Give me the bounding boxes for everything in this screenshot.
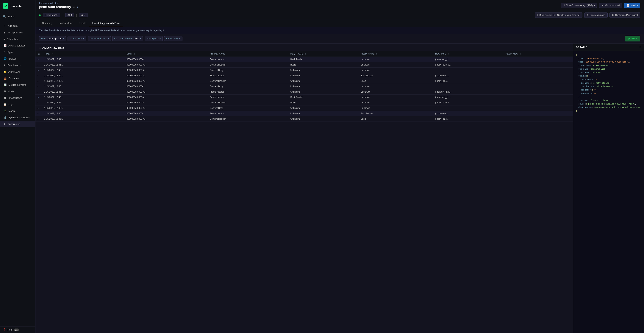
- sidebar-item-all-capabilities[interactable]: ⊞ All capabilities: [0, 29, 35, 36]
- since-badge[interactable]: ⏱ Since 5 minutes ago (PDT) ▾: [561, 3, 597, 8]
- filter-dest[interactable]: destination_filter: ▾: [88, 36, 111, 41]
- detail-close-button[interactable]: ×: [639, 45, 642, 49]
- help-button[interactable]: ❓ Help 11: [3, 328, 19, 331]
- select-all-icon: ☰: [38, 53, 40, 55]
- col-time[interactable]: TIME_ ↑: [42, 51, 124, 57]
- new-relic-logo-icon: [3, 3, 8, 9]
- favorite-button[interactable]: ☆: [72, 5, 75, 9]
- chevron-down-icon: ▾: [83, 37, 84, 40]
- tab-control-plane[interactable]: Control plane: [56, 20, 76, 27]
- filter-routing-key[interactable]: routing_key: ▾: [164, 36, 182, 41]
- detail-body: { time_: 1667666775246, upid: 0000003d-0…: [573, 51, 644, 333]
- cell-resp-name: BasicDeliver: [358, 111, 433, 116]
- run-button[interactable]: ▶ RUN: [625, 36, 640, 42]
- row-expand-cell[interactable]: ▸: [36, 95, 42, 100]
- tags-pill[interactable]: 🏷 4: [65, 13, 74, 17]
- cell-upid: 0000003d-0000-4...: [124, 57, 208, 62]
- cell-resp-msg: [503, 100, 573, 106]
- col-resp-name[interactable]: RESP_NAME ⇅: [358, 51, 433, 57]
- sidebar-item-dashboards[interactable]: ⊞ Dashboards: [0, 62, 35, 69]
- filter-script[interactable]: script: px/amqp_data ▾: [39, 36, 66, 41]
- filter-namespace[interactable]: namespace: ▾: [144, 36, 163, 41]
- cell-req-msg: { body_size:...: [433, 116, 503, 122]
- col-upid[interactable]: UPID ⇅: [124, 51, 208, 57]
- build-script-button[interactable]: ℹ Build custom PxL Scripts in your termi…: [535, 13, 582, 18]
- cell-frame-name: Content Body: [208, 106, 288, 111]
- copy-command-label: Copy command: [590, 14, 605, 17]
- row-expand-cell[interactable]: ▸: [36, 111, 42, 116]
- tab-events[interactable]: Events: [76, 20, 89, 27]
- filter-max-records[interactable]: max_num_records: 1000 ▾: [112, 36, 143, 41]
- row-expand-cell[interactable]: ▸: [36, 84, 42, 89]
- sidebar-item-add-data[interactable]: ＋ Add data: [0, 22, 35, 29]
- detail-req-name: BasicPublish: [591, 68, 606, 70]
- search-label: Search: [8, 15, 15, 18]
- separator: |: [62, 14, 63, 17]
- topbar-actions: ⏱ Since 5 minutes ago (PDT) ▾ ⊞ K8s dash…: [561, 3, 640, 8]
- sidebar-item-hosts[interactable]: 🖥 Hosts: [0, 88, 35, 95]
- sidebar-item-kubernetes[interactable]: ☸ Kubernetes: [0, 121, 35, 127]
- expand-arrow-icon: ▸: [38, 59, 38, 61]
- cell-resp-msg: [503, 95, 573, 100]
- row-expand-cell[interactable]: ▸: [36, 89, 42, 95]
- cell-resp-msg: [503, 57, 573, 62]
- log-icon: 📋: [4, 103, 6, 106]
- row-expand-cell[interactable]: ▸: [36, 78, 42, 84]
- customize-button[interactable]: ⚙ Customize Pixie Ingest: [610, 13, 640, 18]
- col-req-name[interactable]: REQ_NAME ⇅: [288, 51, 358, 57]
- row-expand-cell[interactable]: ▸: [36, 106, 42, 111]
- sidebar-item-metrics-events[interactable]: 📊 Metrics & events: [0, 82, 35, 88]
- cluster-name-pill[interactable]: Demotron V2: [43, 13, 60, 17]
- search-icon: 🔍: [3, 15, 6, 18]
- col-req-msg-label: REQ_MSG: [435, 53, 446, 55]
- sidebar-item-apps[interactable]: ◻ Apps: [0, 49, 35, 56]
- sidebar-item-logs[interactable]: 📋 Logs: [0, 101, 35, 108]
- cell-resp-name: BasicAck: [358, 89, 433, 95]
- row-expand-cell[interactable]: ▸: [36, 116, 42, 122]
- row-expand-cell[interactable]: ▸: [36, 100, 42, 106]
- copy-icon: ⧉: [587, 14, 588, 17]
- nodes-pill[interactable]: ◉ 7: [79, 13, 88, 17]
- col-resp-msg[interactable]: RESP_MSG ⇅: [503, 51, 573, 57]
- cell-resp-name: Unknown: [358, 95, 433, 100]
- cell-resp-name: BasicDeliver: [358, 73, 433, 78]
- svg-rect-0: [3, 3, 8, 9]
- sort-indicator-icon5: ⇅: [448, 53, 450, 55]
- cell-req-name: Unknown: [288, 106, 358, 111]
- row-expand-cell[interactable]: ▸: [36, 57, 42, 62]
- gear-icon: ⚙: [612, 14, 614, 17]
- sidebar-item-synthetic-monitoring[interactable]: 🔬 Synthetic monitoring: [0, 114, 35, 121]
- page-title-text: pixie-auto-telemetry: [39, 5, 71, 9]
- row-expand-cell[interactable]: ▸: [36, 68, 42, 73]
- copy-command-button[interactable]: ⧉ Copy command: [584, 13, 608, 18]
- sidebar-item-mobile[interactable]: 📱 Mobile: [0, 108, 35, 114]
- sidebar-item-apm-services[interactable]: 📈 APM & services: [0, 42, 35, 49]
- metrics-button[interactable]: 📈 Metrics: [624, 3, 640, 8]
- detail-resp-msg: (empty string): [591, 99, 608, 102]
- tab-live-debugging[interactable]: Live debugging with Pixie: [89, 20, 123, 27]
- table-row: ▸ 11/5/2022, 12:46:... 0000003d-0000-4..…: [36, 89, 573, 95]
- row-expand-cell[interactable]: ▸: [36, 73, 42, 78]
- col-req-msg[interactable]: REQ_MSG ⇅: [433, 51, 503, 57]
- logo[interactable]: new relic: [0, 0, 35, 12]
- sidebar-item-errors-inbox[interactable]: 📥 Errors inbox: [0, 75, 35, 82]
- k8s-dashboard-button[interactable]: ⊞ K8s dashboard: [599, 3, 622, 8]
- sidebar-item-browser[interactable]: 🌐 Browser: [0, 56, 35, 62]
- row-expand-cell[interactable]: ▸: [36, 62, 42, 68]
- cell-req-msg: [433, 84, 503, 89]
- cell-req-msg: [433, 106, 503, 111]
- grid-icon: ⊞: [4, 31, 6, 34]
- sidebar-item-infrastructure[interactable]: 🏗 Infrastructure: [0, 95, 35, 101]
- col-expand: ☰: [36, 51, 42, 57]
- cell-frame-name: Content Header: [208, 100, 288, 106]
- cell-resp-msg: [503, 116, 573, 122]
- col-frame-name[interactable]: FRAME_NAME ⇅: [208, 51, 288, 57]
- search-button[interactable]: 🔍 Search: [2, 14, 33, 19]
- sort-asc-icon: ↑: [52, 53, 53, 55]
- filter-source[interactable]: source_filter: ▾: [68, 36, 86, 41]
- chevron-down-icon: ▾: [594, 4, 595, 7]
- sort-indicator-icon3: ⇅: [304, 53, 306, 55]
- sidebar-item-alerts-ai[interactable]: 🔔 Alerts & AI: [0, 69, 35, 75]
- tab-summary[interactable]: Summary: [39, 20, 56, 27]
- sidebar-item-all-entities[interactable]: ≡ All entities: [0, 36, 35, 42]
